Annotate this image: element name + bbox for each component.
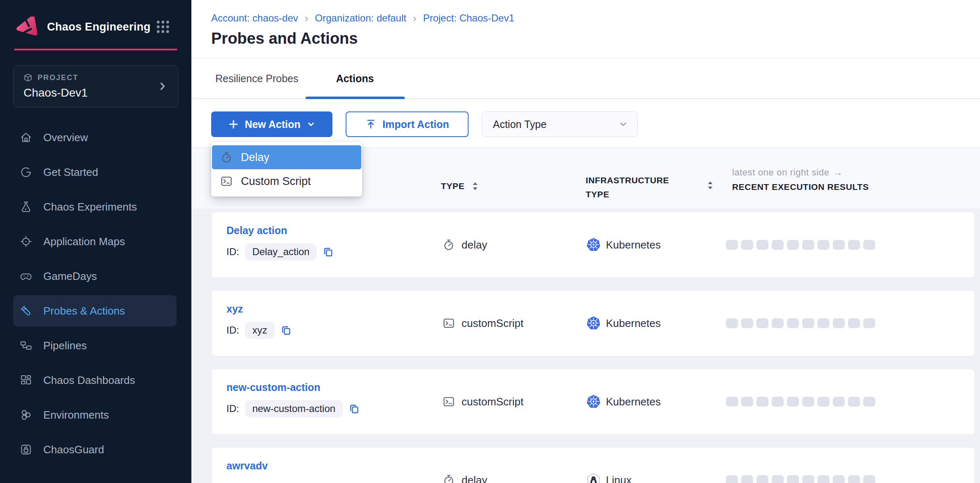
action-id-row: ID:Delay_action — [226, 243, 334, 260]
import-icon — [365, 118, 377, 130]
sidebar-nav: OverviewGet StartedChaos ExperimentsAppl… — [0, 120, 191, 467]
import-action-label: Import Action — [382, 118, 449, 130]
tab-resilience-probes[interactable]: Resilience Probes — [215, 73, 299, 85]
app-title: Chaos Engineering — [47, 21, 151, 33]
sidebar-item-overview[interactable]: Overview — [13, 120, 177, 155]
execution-result-placeholder — [787, 475, 799, 483]
breadcrumb-link-account[interactable]: Account: chaos-dev — [211, 12, 298, 24]
sidebar-item-probes-actions[interactable]: Probes & Actions — [13, 295, 177, 327]
terminal-icon — [443, 317, 455, 329]
new-action-button[interactable]: New Action — [211, 111, 332, 137]
execution-result-placeholder — [833, 318, 845, 328]
execution-result-placeholder — [756, 397, 768, 407]
execution-result-placeholder — [756, 475, 768, 483]
sidebar-item-get-started[interactable]: Get Started — [13, 155, 177, 189]
infrastructure-type-value: Kubernetes — [606, 239, 661, 251]
project-name: Chaos-Dev1 — [24, 86, 157, 99]
execution-result-placeholder — [833, 240, 845, 250]
pipeline-icon — [19, 339, 33, 353]
action-id-row: ID:new-custom-action — [226, 400, 360, 417]
breadcrumb-link-project[interactable]: Project: Chaos-Dev1 — [423, 12, 514, 24]
action-type-cell: customScript — [443, 291, 523, 356]
sort-icon[interactable] — [471, 181, 479, 192]
execution-result-placeholder — [833, 397, 845, 407]
infrastructure-type-value: Kubernetes — [606, 395, 661, 408]
sidebar-item-environments[interactable]: Environments — [13, 398, 177, 432]
recent-execution-results-cell — [726, 447, 875, 483]
execution-result-placeholder — [848, 318, 860, 328]
action-type-cell: delay — [443, 447, 487, 483]
execution-result-placeholder — [741, 318, 753, 328]
stopwatch-icon — [220, 151, 233, 163]
action-name-link[interactable]: xyz — [226, 303, 243, 315]
home-icon — [19, 130, 33, 144]
action-type-cell: delay — [443, 212, 487, 277]
execution-result-placeholder — [726, 318, 738, 328]
sidebar-item-gamedays[interactable]: GameDays — [13, 259, 177, 294]
execution-result-placeholder — [802, 397, 814, 407]
project-selector[interactable]: PROJECT Chaos-Dev1 — [13, 65, 178, 107]
breadcrumb-separator: › — [413, 13, 417, 23]
column-header-type: TYPE — [441, 181, 479, 192]
sidebar-item-pipelines[interactable]: Pipelines — [13, 328, 177, 363]
sidebar-item-label: GameDays — [43, 270, 97, 283]
infrastructure-type-value: Kubernetes — [606, 317, 661, 330]
sidebar-item-chaosguard[interactable]: ChaosGuard — [13, 432, 177, 467]
chevron-down-icon — [618, 119, 628, 129]
execution-result-placeholder — [833, 475, 845, 483]
target-icon — [19, 234, 33, 249]
toolbar: New Action Import Action Action Type — [191, 99, 980, 147]
action-name-cell: awrvadv — [226, 460, 268, 472]
tab-actions[interactable]: Actions — [306, 59, 405, 98]
copy-id-button[interactable] — [349, 403, 360, 414]
action-type-value: delay — [462, 474, 487, 483]
copy-id-button[interactable] — [323, 246, 334, 258]
kubernetes-icon — [586, 316, 601, 331]
sort-icon[interactable] — [706, 180, 714, 191]
linux-icon — [586, 473, 601, 483]
breadcrumb-link-organization[interactable]: Organization: default — [315, 12, 406, 24]
execution-result-placeholder — [817, 318, 829, 328]
sidebar-item-label: Probes & Actions — [43, 305, 125, 317]
action-type-filter[interactable]: Action Type — [482, 111, 638, 137]
action-id-value: xyz — [245, 322, 275, 339]
menu-item-delay[interactable]: Delay — [212, 145, 361, 169]
menu-item-custom-script[interactable]: Custom Script — [212, 169, 361, 193]
action-name-link[interactable]: awrvadv — [226, 460, 268, 472]
menu-item-label: Delay — [241, 151, 269, 164]
actions-list: Delay actionID:Delay_actiondelayKubernet… — [191, 208, 980, 483]
execution-result-placeholder — [772, 475, 784, 483]
plus-icon — [228, 119, 239, 130]
action-name-link[interactable]: new-custom-action — [226, 381, 320, 393]
execution-result-placeholder — [817, 475, 829, 483]
action-type-label: Action Type — [493, 118, 547, 130]
execution-result-placeholder — [817, 397, 829, 407]
recent-execution-results-cell — [726, 212, 875, 277]
execution-result-placeholder — [863, 318, 875, 328]
copy-id-button[interactable] — [280, 325, 292, 336]
infrastructure-type-cell: Kubernetes — [586, 212, 661, 277]
sidebar-item-application-maps[interactable]: Application Maps — [13, 224, 177, 259]
action-type-cell: customScript — [443, 369, 523, 434]
action-name-cell: new-custom-actionID:new-custom-action — [226, 381, 360, 417]
import-action-button[interactable]: Import Action — [346, 111, 469, 137]
action-name-cell: Delay actionID:Delay_action — [226, 225, 334, 260]
app-switcher-grid-icon[interactable] — [156, 20, 170, 34]
id-label: ID: — [226, 246, 239, 258]
execution-result-placeholder — [787, 240, 799, 250]
action-row-new-custom-action: new-custom-actionID:new-custom-actioncus… — [211, 369, 975, 435]
sidebar-item-chaos-dashboards[interactable]: Chaos Dashboards — [13, 363, 177, 398]
column-header-infrastructure-type: INFRASTRUCTURE TYPE — [586, 173, 693, 201]
breadcrumb-separator: › — [305, 13, 309, 23]
recent-execution-results-cell — [726, 369, 875, 434]
dashboard-icon — [19, 373, 33, 387]
column-header-recent-results: latest one on right side → RECENT EXECUT… — [732, 167, 869, 192]
infrastructure-type-cell: Kubernetes — [586, 369, 661, 434]
action-row-xyz: xyzID:xyzcustomScriptKubernetes — [211, 290, 975, 356]
sidebar-item-chaos-experiments[interactable]: Chaos Experiments — [13, 189, 177, 224]
execution-result-placeholder — [787, 318, 799, 328]
execution-result-placeholder — [772, 397, 784, 407]
sidebar-item-label: Application Maps — [43, 235, 125, 248]
action-name-link[interactable]: Delay action — [226, 225, 287, 237]
execution-result-placeholder — [741, 475, 753, 483]
